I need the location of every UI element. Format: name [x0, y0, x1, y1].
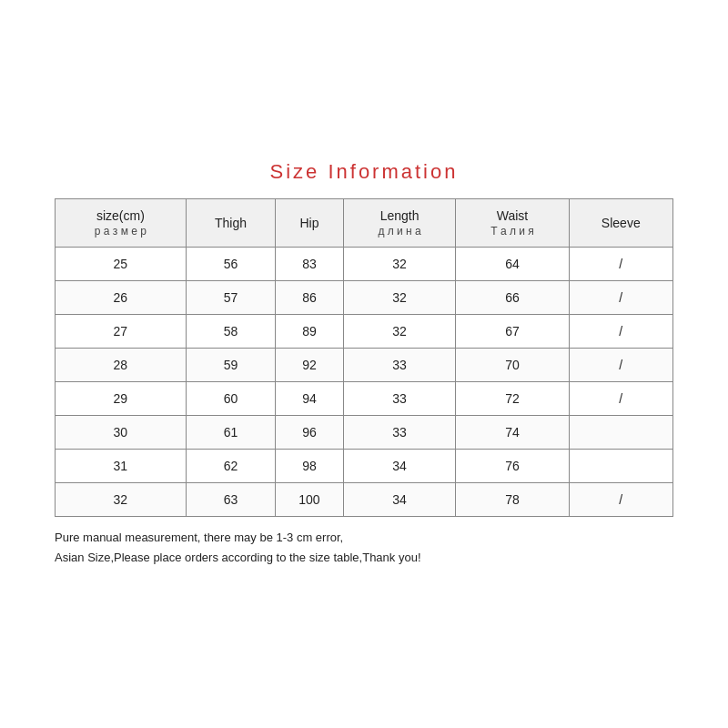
table-body: 2556833264/2657863266/2758893267/2859923… [56, 247, 673, 516]
cell-r2-c5: / [569, 314, 672, 348]
cell-r6-c0: 31 [56, 449, 187, 482]
cell-r7-c2: 100 [276, 482, 344, 516]
header-col-2: Hip [276, 198, 344, 247]
cell-r7-c0: 32 [56, 482, 187, 516]
cell-r1-c5: / [569, 280, 672, 314]
cell-r1-c4: 66 [456, 280, 569, 314]
table-row: 2657863266/ [56, 280, 673, 314]
cell-r4-c3: 33 [343, 381, 456, 415]
cell-r0-c3: 32 [343, 247, 456, 280]
header-col-1: Thigh [186, 198, 275, 247]
cell-r6-c1: 62 [186, 449, 275, 482]
footer-line-0: Pure manual measurement, there may be 1-… [55, 528, 673, 548]
cell-r2-c4: 67 [456, 314, 569, 348]
cell-r6-c2: 98 [276, 449, 344, 482]
cell-r3-c5: / [569, 348, 672, 381]
cell-r5-c4: 74 [456, 415, 569, 449]
cell-r3-c1: 59 [186, 348, 275, 381]
cell-r2-c1: 58 [186, 314, 275, 348]
cell-r1-c3: 32 [343, 280, 456, 314]
cell-r4-c1: 60 [186, 381, 275, 415]
table-row: 3061963374 [56, 415, 673, 449]
footer-notes: Pure manual measurement, there may be 1-… [55, 528, 673, 568]
cell-r0-c2: 83 [276, 247, 344, 280]
cell-r0-c4: 64 [456, 247, 569, 280]
size-table: size(cm)р а з м е рThighHipLengthд л и н… [55, 198, 673, 517]
table-row: 2758893267/ [56, 314, 673, 348]
table-row: 32631003478/ [56, 482, 673, 516]
footer-line-1: Asian Size,Please place orders according… [55, 548, 673, 568]
header-col-3: Lengthд л и н а [343, 198, 456, 247]
cell-r6-c5 [569, 449, 672, 482]
cell-r7-c3: 34 [343, 482, 456, 516]
cell-r5-c2: 96 [276, 415, 344, 449]
cell-r5-c1: 61 [186, 415, 275, 449]
cell-r7-c5: / [569, 482, 672, 516]
cell-r2-c2: 89 [276, 314, 344, 348]
table-row: 3162983476 [56, 449, 673, 482]
cell-r3-c0: 28 [56, 348, 187, 381]
cell-r4-c4: 72 [456, 381, 569, 415]
cell-r5-c3: 33 [343, 415, 456, 449]
cell-r3-c3: 33 [343, 348, 456, 381]
cell-r6-c3: 34 [343, 449, 456, 482]
cell-r7-c4: 78 [456, 482, 569, 516]
cell-r4-c5: / [569, 381, 672, 415]
cell-r0-c0: 25 [56, 247, 187, 280]
cell-r1-c1: 57 [186, 280, 275, 314]
cell-r3-c2: 92 [276, 348, 344, 381]
cell-r1-c0: 26 [56, 280, 187, 314]
page-container: Size Information size(cm)р а з м е рThig… [36, 142, 692, 586]
table-row: 2960943372/ [56, 381, 673, 415]
cell-r2-c3: 32 [343, 314, 456, 348]
cell-r0-c5: / [569, 247, 672, 280]
page-title: Size Information [55, 160, 673, 184]
cell-r3-c4: 70 [456, 348, 569, 381]
cell-r5-c0: 30 [56, 415, 187, 449]
cell-r2-c0: 27 [56, 314, 187, 348]
cell-r4-c2: 94 [276, 381, 344, 415]
cell-r5-c5 [569, 415, 672, 449]
header-col-0: size(cm)р а з м е р [56, 198, 187, 247]
table-header-row: size(cm)р а з м е рThighHipLengthд л и н… [56, 198, 673, 247]
cell-r1-c2: 86 [276, 280, 344, 314]
header-col-5: Sleeve [569, 198, 672, 247]
cell-r4-c0: 29 [56, 381, 187, 415]
table-row: 2859923370/ [56, 348, 673, 381]
table-row: 2556833264/ [56, 247, 673, 280]
cell-r0-c1: 56 [186, 247, 275, 280]
cell-r6-c4: 76 [456, 449, 569, 482]
cell-r7-c1: 63 [186, 482, 275, 516]
header-col-4: WaistТ а л и я [456, 198, 569, 247]
